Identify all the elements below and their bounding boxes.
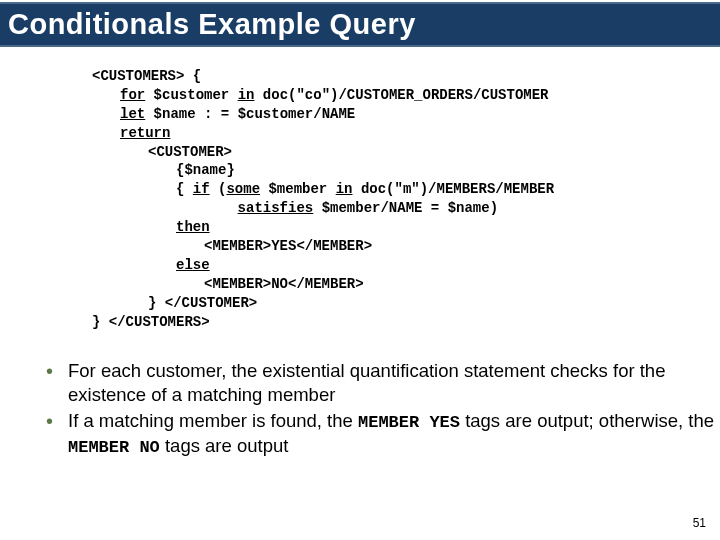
code-line: satisfies $member/NAME = $name) [92, 199, 720, 218]
code-line: return [92, 124, 720, 143]
bullet-item: For each customer, the existential quant… [42, 359, 720, 406]
bullet-list: For each customer, the existential quant… [42, 359, 720, 458]
code-line: else [92, 256, 720, 275]
code-line: <CUSTOMERS> { [92, 67, 720, 86]
bullet-item: If a matching member is found, the MEMBE… [42, 409, 720, 459]
code-line: for $customer in doc("co")/CUSTOMER_ORDE… [92, 86, 720, 105]
code-line: { if (some $member in doc("m")/MEMBERS/M… [92, 180, 720, 199]
code-line: <MEMBER>YES</MEMBER> [92, 237, 720, 256]
code-line: } </CUSTOMERS> [92, 313, 720, 332]
code-line: {$name} [92, 161, 720, 180]
page-number: 51 [693, 516, 706, 530]
title-bar: Conditionals Example Query [0, 2, 720, 47]
code-line: <CUSTOMER> [92, 143, 720, 162]
code-line: then [92, 218, 720, 237]
code-line: let $name : = $customer/NAME [92, 105, 720, 124]
slide-title: Conditionals Example Query [8, 8, 720, 41]
code-block: <CUSTOMERS> { for $customer in doc("co")… [92, 67, 720, 331]
code-line: } </CUSTOMER> [92, 294, 720, 313]
code-line: <MEMBER>NO</MEMBER> [92, 275, 720, 294]
